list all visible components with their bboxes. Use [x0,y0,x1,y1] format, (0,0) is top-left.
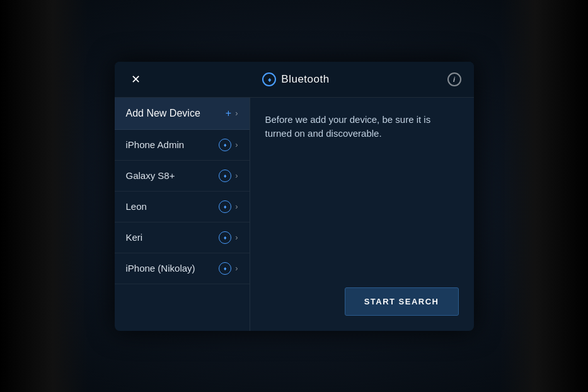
device-list-item[interactable]: iPhone (Nikolay) ⬧ › [115,253,250,284]
instruction-text: Before we add your device, be sure it is… [265,113,459,141]
add-new-icons: + › [226,108,238,119]
bluetooth-icon: ⬧ [262,72,276,86]
start-search-button[interactable]: START SEARCH [345,287,459,316]
bluetooth-dialog: ✕ ⬧ Bluetooth i Add New Device + › [115,62,474,331]
device-item-icons: ⬧ › [219,231,238,244]
title-group: ⬧ Bluetooth [262,72,329,86]
add-new-chevron: › [235,108,238,118]
bluetooth-device-icon: ⬧ [219,231,231,244]
bluetooth-device-icon: ⬧ [219,200,231,213]
device-item-icons: ⬧ › [219,170,238,182]
right-panel: Before we add your device, be sure it is… [250,98,474,331]
device-chevron: › [235,140,238,149]
info-button[interactable]: i [447,72,461,86]
dialog-body: Add New Device + › iPhone Admin ⬧ › Gala… [115,98,474,331]
dialog-header: ✕ ⬧ Bluetooth i [115,62,474,98]
paired-device-list: iPhone Admin ⬧ › Galaxy S8+ ⬧ › Leon ⬧ ›… [115,130,250,284]
bluetooth-device-icon: ⬧ [219,139,231,151]
device-chevron: › [235,202,238,211]
plus-icon: + [226,108,231,119]
dialog-title: Bluetooth [281,73,329,86]
bluetooth-device-icon: ⬧ [219,262,231,275]
device-name: Leon [126,201,147,212]
device-item-icons: ⬧ › [219,200,238,213]
device-list-item[interactable]: Galaxy S8+ ⬧ › [115,161,250,192]
device-list-item[interactable]: Keri ⬧ › [115,222,250,253]
device-name: iPhone (Nikolay) [126,263,195,274]
add-new-device-item[interactable]: Add New Device + › [115,98,250,130]
device-list: Add New Device + › iPhone Admin ⬧ › Gala… [115,98,250,331]
device-list-item[interactable]: Leon ⬧ › [115,192,250,222]
device-chevron: › [235,263,238,273]
device-chevron: › [235,233,238,242]
device-list-item[interactable]: iPhone Admin ⬧ › [115,130,250,161]
close-button[interactable]: ✕ [127,71,145,88]
device-item-icons: ⬧ › [219,262,238,275]
device-name: Keri [126,232,143,243]
car-screen-background: ✕ ⬧ Bluetooth i Add New Device + › [0,0,588,392]
device-chevron: › [235,171,238,180]
device-name: iPhone Admin [126,139,185,150]
device-name: Galaxy S8+ [126,170,175,181]
add-new-device-label: Add New Device [126,108,200,119]
device-item-icons: ⬧ › [219,139,238,151]
bluetooth-device-icon: ⬧ [219,170,231,182]
